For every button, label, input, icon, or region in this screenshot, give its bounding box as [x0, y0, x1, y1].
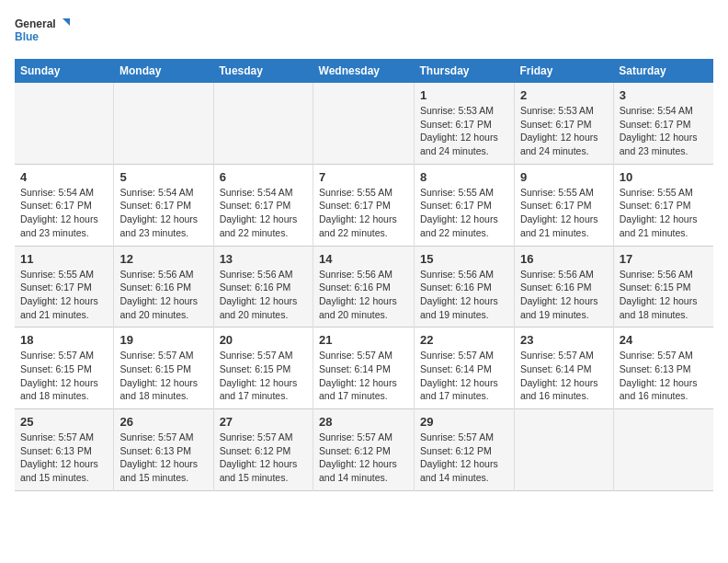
day-cell: 23Sunrise: 5:57 AM Sunset: 6:14 PM Dayli… — [514, 327, 613, 409]
svg-marker-2 — [63, 18, 70, 26]
day-info: Sunrise: 5:53 AM Sunset: 6:17 PM Dayligh… — [520, 104, 608, 158]
calendar-table: SundayMondayTuesdayWednesdayThursdayFrid… — [15, 59, 713, 491]
day-cell: 17Sunrise: 5:56 AM Sunset: 6:15 PM Dayli… — [613, 246, 713, 327]
header-row: SundayMondayTuesdayWednesdayThursdayFrid… — [15, 59, 713, 83]
day-info: Sunrise: 5:57 AM Sunset: 6:14 PM Dayligh… — [420, 349, 508, 403]
day-cell: 9Sunrise: 5:55 AM Sunset: 6:17 PM Daylig… — [514, 164, 613, 246]
day-number: 4 — [20, 170, 108, 184]
day-number: 3 — [620, 88, 708, 102]
day-cell — [514, 409, 613, 491]
day-cell — [213, 83, 313, 164]
day-number: 29 — [420, 415, 508, 429]
day-info: Sunrise: 5:55 AM Sunset: 6:17 PM Dayligh… — [620, 186, 708, 240]
day-cell: 13Sunrise: 5:56 AM Sunset: 6:16 PM Dayli… — [213, 246, 313, 327]
logo: General Blue — [15, 15, 70, 48]
day-cell — [114, 83, 213, 164]
day-info: Sunrise: 5:56 AM Sunset: 6:16 PM Dayligh… — [220, 268, 307, 322]
day-number: 18 — [20, 333, 108, 347]
day-info: Sunrise: 5:56 AM Sunset: 6:15 PM Dayligh… — [620, 268, 708, 322]
day-cell: 1Sunrise: 5:53 AM Sunset: 6:17 PM Daylig… — [415, 83, 515, 164]
day-number: 14 — [319, 252, 408, 266]
day-number: 11 — [20, 252, 108, 266]
day-info: Sunrise: 5:54 AM Sunset: 6:17 PM Dayligh… — [620, 104, 708, 158]
day-cell: 15Sunrise: 5:56 AM Sunset: 6:16 PM Dayli… — [415, 246, 515, 327]
day-cell: 14Sunrise: 5:56 AM Sunset: 6:16 PM Dayli… — [313, 246, 415, 327]
day-cell: 25Sunrise: 5:57 AM Sunset: 6:13 PM Dayli… — [15, 409, 114, 491]
svg-text:General: General — [15, 17, 56, 30]
day-cell: 24Sunrise: 5:57 AM Sunset: 6:13 PM Dayli… — [613, 327, 713, 409]
day-number: 13 — [220, 252, 307, 266]
day-number: 20 — [220, 333, 307, 347]
day-info: Sunrise: 5:57 AM Sunset: 6:12 PM Dayligh… — [220, 431, 307, 485]
day-cell: 27Sunrise: 5:57 AM Sunset: 6:12 PM Dayli… — [213, 409, 313, 491]
week-row-1: 4Sunrise: 5:54 AM Sunset: 6:17 PM Daylig… — [15, 164, 713, 246]
day-number: 28 — [319, 415, 408, 429]
day-info: Sunrise: 5:55 AM Sunset: 6:17 PM Dayligh… — [20, 268, 108, 322]
day-info: Sunrise: 5:56 AM Sunset: 6:16 PM Dayligh… — [520, 268, 608, 322]
day-number: 15 — [420, 252, 508, 266]
day-number: 8 — [420, 170, 508, 184]
day-info: Sunrise: 5:56 AM Sunset: 6:16 PM Dayligh… — [119, 268, 207, 322]
day-cell: 29Sunrise: 5:57 AM Sunset: 6:12 PM Dayli… — [415, 409, 515, 491]
day-info: Sunrise: 5:56 AM Sunset: 6:16 PM Dayligh… — [420, 268, 508, 322]
page-header: General Blue — [15, 15, 713, 48]
col-header-thursday: Thursday — [415, 59, 515, 83]
day-info: Sunrise: 5:55 AM Sunset: 6:17 PM Dayligh… — [319, 186, 408, 240]
day-number: 5 — [119, 170, 207, 184]
day-number: 24 — [620, 333, 708, 347]
day-cell: 19Sunrise: 5:57 AM Sunset: 6:15 PM Dayli… — [114, 327, 213, 409]
logo-svg: General Blue — [15, 15, 70, 48]
svg-text:Blue: Blue — [15, 30, 39, 43]
day-cell: 8Sunrise: 5:55 AM Sunset: 6:17 PM Daylig… — [415, 164, 515, 246]
week-row-4: 25Sunrise: 5:57 AM Sunset: 6:13 PM Dayli… — [15, 409, 713, 491]
col-header-saturday: Saturday — [613, 59, 713, 83]
day-info: Sunrise: 5:54 AM Sunset: 6:17 PM Dayligh… — [20, 186, 108, 240]
day-info: Sunrise: 5:54 AM Sunset: 6:17 PM Dayligh… — [220, 186, 307, 240]
day-info: Sunrise: 5:57 AM Sunset: 6:13 PM Dayligh… — [119, 431, 207, 485]
day-cell: 20Sunrise: 5:57 AM Sunset: 6:15 PM Dayli… — [213, 327, 313, 409]
day-cell: 28Sunrise: 5:57 AM Sunset: 6:12 PM Dayli… — [313, 409, 415, 491]
day-number: 23 — [520, 333, 608, 347]
day-info: Sunrise: 5:53 AM Sunset: 6:17 PM Dayligh… — [420, 104, 508, 158]
day-number: 12 — [119, 252, 207, 266]
day-info: Sunrise: 5:57 AM Sunset: 6:14 PM Dayligh… — [520, 349, 608, 403]
day-cell: 3Sunrise: 5:54 AM Sunset: 6:17 PM Daylig… — [613, 83, 713, 164]
day-info: Sunrise: 5:57 AM Sunset: 6:15 PM Dayligh… — [220, 349, 307, 403]
day-cell: 26Sunrise: 5:57 AM Sunset: 6:13 PM Dayli… — [114, 409, 213, 491]
day-info: Sunrise: 5:57 AM Sunset: 6:15 PM Dayligh… — [20, 349, 108, 403]
day-info: Sunrise: 5:54 AM Sunset: 6:17 PM Dayligh… — [119, 186, 207, 240]
day-cell: 21Sunrise: 5:57 AM Sunset: 6:14 PM Dayli… — [313, 327, 415, 409]
col-header-monday: Monday — [114, 59, 213, 83]
day-cell: 11Sunrise: 5:55 AM Sunset: 6:17 PM Dayli… — [15, 246, 114, 327]
day-info: Sunrise: 5:57 AM Sunset: 6:12 PM Dayligh… — [420, 431, 508, 485]
day-cell: 6Sunrise: 5:54 AM Sunset: 6:17 PM Daylig… — [213, 164, 313, 246]
day-number: 19 — [119, 333, 207, 347]
week-row-3: 18Sunrise: 5:57 AM Sunset: 6:15 PM Dayli… — [15, 327, 713, 409]
day-number: 1 — [420, 88, 508, 102]
day-info: Sunrise: 5:55 AM Sunset: 6:17 PM Dayligh… — [420, 186, 508, 240]
day-number: 9 — [520, 170, 608, 184]
day-info: Sunrise: 5:57 AM Sunset: 6:13 PM Dayligh… — [20, 431, 108, 485]
day-number: 16 — [520, 252, 608, 266]
day-number: 27 — [220, 415, 307, 429]
day-cell: 22Sunrise: 5:57 AM Sunset: 6:14 PM Dayli… — [415, 327, 515, 409]
day-cell: 16Sunrise: 5:56 AM Sunset: 6:16 PM Dayli… — [514, 246, 613, 327]
day-info: Sunrise: 5:55 AM Sunset: 6:17 PM Dayligh… — [520, 186, 608, 240]
day-cell: 7Sunrise: 5:55 AM Sunset: 6:17 PM Daylig… — [313, 164, 415, 246]
day-number: 22 — [420, 333, 508, 347]
col-header-wednesday: Wednesday — [313, 59, 415, 83]
day-cell: 4Sunrise: 5:54 AM Sunset: 6:17 PM Daylig… — [15, 164, 114, 246]
day-number: 26 — [119, 415, 207, 429]
day-info: Sunrise: 5:57 AM Sunset: 6:15 PM Dayligh… — [119, 349, 207, 403]
col-header-sunday: Sunday — [15, 59, 114, 83]
day-number: 25 — [20, 415, 108, 429]
day-cell — [613, 409, 713, 491]
col-header-tuesday: Tuesday — [213, 59, 313, 83]
day-cell: 5Sunrise: 5:54 AM Sunset: 6:17 PM Daylig… — [114, 164, 213, 246]
day-info: Sunrise: 5:57 AM Sunset: 6:14 PM Dayligh… — [319, 349, 408, 403]
day-number: 10 — [620, 170, 708, 184]
day-cell — [15, 83, 114, 164]
day-info: Sunrise: 5:57 AM Sunset: 6:13 PM Dayligh… — [620, 349, 708, 403]
day-number: 2 — [520, 88, 608, 102]
day-cell: 12Sunrise: 5:56 AM Sunset: 6:16 PM Dayli… — [114, 246, 213, 327]
